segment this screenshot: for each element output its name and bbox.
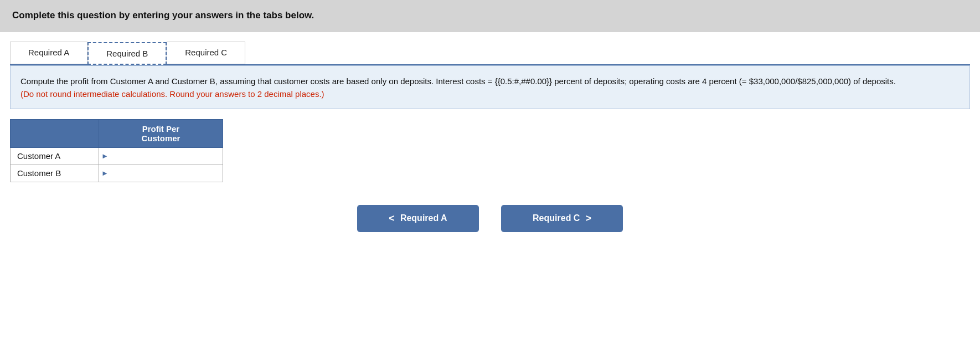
customer-a-arrow-icon: ► <box>99 148 111 165</box>
tabs-row: Required A Required B Required C <box>10 42 970 65</box>
header-bar: Complete this question by entering your … <box>0 0 980 32</box>
customer-b-input[interactable] <box>111 166 223 180</box>
customer-a-input[interactable] <box>111 149 223 163</box>
header-instruction: Complete this question by entering your … <box>12 10 314 20</box>
customer-b-input-cell: ► <box>99 165 223 182</box>
table-column-header: Profit PerCustomer <box>99 119 223 147</box>
profit-table: Profit PerCustomer Customer A ► <box>10 119 223 182</box>
nav-buttons: < Required A Required C > <box>10 205 970 243</box>
next-chevron-icon: > <box>585 213 591 224</box>
table-empty-header <box>11 119 99 147</box>
description-main: Compute the profit from Customer A and C… <box>20 76 896 86</box>
next-button-label: Required C <box>533 213 580 223</box>
customer-b-label: Customer B <box>11 165 99 182</box>
customer-b-arrow-icon: ► <box>99 165 111 182</box>
tab-required-a[interactable]: Required A <box>10 42 87 64</box>
description-note: (Do not round intermediate calculations.… <box>20 89 324 99</box>
description-box: Compute the profit from Customer A and C… <box>10 65 970 109</box>
customer-a-label: Customer A <box>11 147 99 165</box>
prev-button[interactable]: < Required A <box>357 205 479 232</box>
prev-chevron-icon: < <box>389 213 395 224</box>
table-section: Profit PerCustomer Customer A ► <box>10 119 223 182</box>
next-button[interactable]: Required C > <box>501 205 623 232</box>
prev-button-label: Required A <box>400 213 447 223</box>
main-content: Required A Required B Required C Compute… <box>0 32 980 243</box>
table-row: Customer B ► <box>11 165 223 182</box>
tab-required-c[interactable]: Required C <box>167 42 245 64</box>
tab-required-b[interactable]: Required B <box>87 42 167 65</box>
customer-a-input-cell: ► <box>99 147 223 165</box>
table-row: Customer A ► <box>11 147 223 165</box>
